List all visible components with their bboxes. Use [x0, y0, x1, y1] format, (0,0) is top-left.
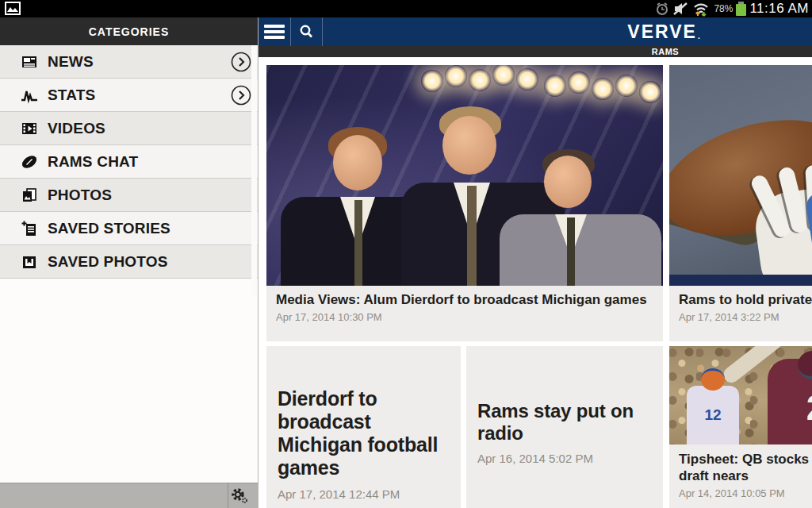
newspaper-icon: [21, 53, 38, 71]
gear-icon: [230, 487, 249, 505]
sidebar-item-label: SAVED STORIES: [48, 220, 170, 237]
sidebar-item-label: NEWS: [48, 53, 94, 71]
article-grid: Media Views: Alum Dierdorf to broadcast …: [259, 57, 812, 508]
sidebar-item-label: PHOTOS: [48, 187, 112, 204]
article-date: Apr 17, 2014 10:30 PM: [276, 311, 653, 323]
article-date: Apr 16, 2014 5:02 PM: [477, 452, 652, 465]
jersey-number: 12: [687, 406, 739, 424]
app-screen: 78% 11:16 AM CATEGORIES NEWS: [0, 0, 812, 508]
article-image-football: [669, 65, 812, 286]
sidebar-item-photos[interactable]: PHOTOS: [0, 179, 258, 212]
categories-title: CATEGORIES: [89, 25, 170, 38]
status-bar: 78% 11:16 AM: [0, 0, 812, 17]
battery-percent: 78%: [714, 3, 733, 14]
settings-button[interactable]: [228, 486, 251, 506]
sidebar-item-stats[interactable]: STATS: [0, 79, 258, 112]
article-date: Apr 17, 2014 12:44 PM: [278, 487, 450, 501]
quarterback-shape: 2: [768, 359, 812, 444]
article-title: Dierdorf to broadcast Michigan football …: [278, 387, 450, 479]
categories-drawer: CATEGORIES NEWS: [0, 17, 259, 508]
sidebar-item-saved-stories[interactable]: SAVED STORIES: [0, 212, 258, 245]
wifi-data-icon: [691, 2, 710, 17]
jersey-number: 2: [768, 391, 812, 425]
verve-logo: VERVE.: [627, 17, 701, 46]
screenshot-gallery-icon: [5, 2, 21, 15]
video-icon: [21, 120, 38, 137]
mute-icon: [672, 2, 688, 16]
alarm-icon: [655, 2, 669, 16]
article-card[interactable]: Media Views: Alum Dierdorf to broadcast …: [266, 65, 663, 341]
sidebar-item-rams-chat[interactable]: RAMS CHAT: [0, 145, 258, 179]
menu-button[interactable]: [259, 17, 290, 46]
sidebar-item-news[interactable]: NEWS: [0, 45, 258, 79]
clock: 11:16 AM: [749, 1, 809, 17]
article-card[interactable]: Dierdorf to broadcast Michigan football …: [266, 346, 461, 508]
person-silhouette: [498, 151, 663, 286]
chevron-right-icon[interactable]: [231, 52, 251, 72]
article-date: Apr 17, 2014 3:22 PM: [679, 311, 812, 323]
article-title: Rams to hold private wor: [679, 292, 812, 308]
sidebar-item-label: SAVED PHOTOS: [48, 253, 168, 271]
search-icon: [298, 24, 314, 40]
content-pane: VERVE. RAMS: [259, 17, 812, 508]
football-icon: [21, 153, 38, 171]
maroon-helmet-shape: [798, 351, 812, 379]
category-bar: RAMS: [259, 46, 812, 57]
photos-icon: [21, 187, 38, 204]
article-card[interactable]: Rams stay put on radio Apr 16, 2014 5:02…: [466, 346, 663, 508]
category-label: RAMS: [652, 46, 679, 57]
article-title: Media Views: Alum Dierdorf to broadcast …: [276, 292, 653, 308]
sidebar-footer: [0, 483, 258, 508]
sidebar-item-label: RAMS CHAT: [48, 153, 138, 171]
article-card[interactable]: 12 2 Tipsheet: QB stocks sink draft near…: [669, 346, 812, 508]
app-header: VERVE.: [259, 17, 812, 46]
sidebar-item-label: VIDEOS: [48, 120, 105, 137]
sidebar-scrollbar[interactable]: [251, 45, 257, 297]
article-title: Rams stay put on radio: [477, 400, 652, 445]
article-image-broadcasters: [266, 65, 663, 286]
saved-photo-icon: [21, 253, 38, 271]
search-button[interactable]: [290, 17, 322, 46]
battery-icon: [736, 2, 746, 16]
hamburger-icon: [264, 25, 285, 39]
article-card[interactable]: Rams to hold private wor Apr 17, 2014 3:…: [669, 65, 812, 341]
florida-player-shape: 12: [687, 386, 739, 444]
article-date: Apr 14, 2014 10:05 PM: [679, 487, 812, 499]
article-title: Tipsheet: QB stocks sink draft nears: [679, 451, 812, 485]
saved-story-icon: [21, 220, 38, 237]
sidebar-item-saved-photos[interactable]: SAVED PHOTOS: [0, 245, 258, 279]
categories-header: CATEGORIES: [0, 17, 258, 45]
stats-pulse-icon: [21, 87, 38, 104]
sidebar-item-label: STATS: [48, 87, 95, 104]
sidebar-item-videos[interactable]: VIDEOS: [0, 112, 258, 145]
chevron-right-icon[interactable]: [231, 85, 251, 106]
article-image-game: 12 2: [669, 346, 812, 444]
orange-helmet-shape: [701, 368, 725, 391]
field-strip: [669, 275, 812, 286]
